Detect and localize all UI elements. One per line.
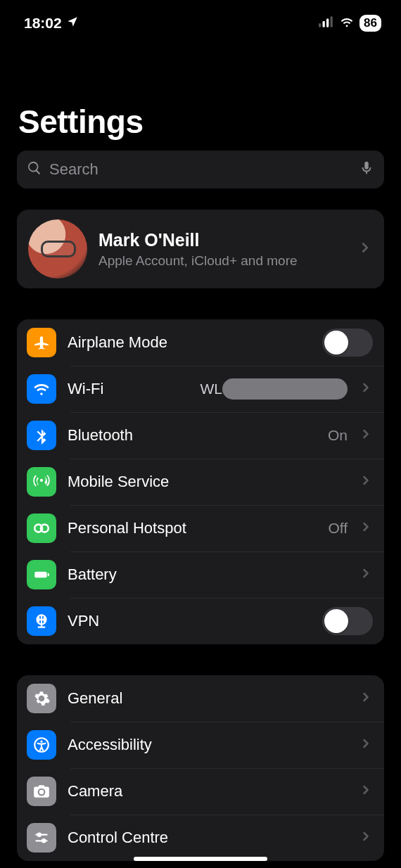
control-centre-row[interactable]: Control Centre [17, 815, 384, 861]
general-row[interactable]: General [17, 675, 384, 722]
sliders-icon [27, 823, 56, 853]
search-placeholder: Search [49, 160, 352, 179]
chevron-right-icon [359, 829, 373, 846]
connectivity-group: Airplane Mode Wi-Fi WL Bluetooth On Mobi… [17, 319, 384, 644]
airplane-label: Airplane Mode [68, 333, 311, 352]
status-time: 18:02 [24, 15, 62, 32]
vpn-label: VPN [68, 612, 311, 630]
battery-icon [27, 560, 56, 589]
chevron-right-icon [359, 381, 373, 397]
wifi-icon [27, 374, 56, 404]
status-bar: 18:02 86 [0, 0, 401, 38]
mobile-service-row[interactable]: Mobile Service [17, 459, 384, 505]
mobile-label: Mobile Service [68, 473, 348, 491]
svg-rect-1 [323, 21, 325, 27]
globe-icon [27, 606, 56, 636]
chevron-right-icon [359, 736, 373, 753]
bluetooth-row[interactable]: Bluetooth On [17, 412, 384, 459]
svg-point-12 [42, 839, 45, 842]
accessibility-icon [27, 730, 56, 760]
svg-rect-2 [326, 19, 329, 27]
bluetooth-icon [27, 421, 56, 450]
chevron-right-icon [359, 473, 373, 490]
camera-label: Camera [68, 782, 348, 800]
system-group: General Accessibility Camera Control Cen… [17, 675, 384, 861]
location-icon [66, 15, 79, 32]
hotspot-icon [27, 513, 56, 543]
svg-rect-7 [48, 573, 49, 576]
wifi-label: Wi-Fi [68, 380, 189, 398]
vpn-row[interactable]: VPN [17, 598, 384, 644]
page-title: Settings [0, 38, 401, 151]
wifi-status-icon [339, 14, 355, 32]
search-icon [27, 160, 42, 179]
hotspot-row[interactable]: Personal Hotspot Off [17, 505, 384, 551]
avatar [28, 219, 87, 279]
home-indicator[interactable] [134, 857, 267, 861]
mic-icon[interactable] [359, 160, 374, 179]
hotspot-label: Personal Hotspot [68, 519, 317, 537]
accessibility-label: Accessibility [68, 736, 348, 754]
control-centre-label: Control Centre [68, 829, 348, 847]
svg-rect-3 [331, 16, 333, 27]
battery-row[interactable]: Battery [17, 551, 384, 598]
cellular-icon [319, 16, 334, 30]
chevron-right-icon [359, 690, 373, 707]
airplane-mode-row[interactable]: Airplane Mode [17, 319, 384, 366]
vpn-toggle[interactable] [322, 607, 373, 635]
chevron-right-icon [359, 427, 373, 444]
wifi-redacted [222, 378, 348, 400]
general-label: General [68, 689, 348, 708]
battery-pill: 86 [359, 15, 381, 32]
antenna-icon [27, 467, 56, 497]
accessibility-row[interactable]: Accessibility [17, 722, 384, 768]
gear-icon [27, 684, 56, 713]
hotspot-value: Off [328, 520, 348, 537]
status-right: 86 [319, 14, 381, 32]
svg-rect-0 [319, 23, 321, 27]
bluetooth-label: Bluetooth [68, 426, 317, 445]
chevron-right-icon [359, 783, 373, 800]
battery-label: Battery [68, 566, 348, 584]
camera-icon [27, 777, 56, 806]
account-subtitle: Apple Account, iCloud+ and more [98, 253, 346, 269]
search-field[interactable]: Search [17, 151, 384, 189]
camera-row[interactable]: Camera [17, 768, 384, 815]
svg-point-10 [40, 741, 42, 743]
status-left: 18:02 [24, 15, 79, 32]
airplane-toggle[interactable] [322, 328, 373, 357]
chevron-right-icon [359, 566, 373, 583]
airplane-icon [27, 328, 56, 357]
account-row[interactable]: Mark O'Neill Apple Account, iCloud+ and … [17, 210, 384, 288]
wifi-row[interactable]: Wi-Fi WL [17, 366, 384, 412]
svg-rect-6 [34, 572, 46, 578]
chevron-right-icon [359, 520, 373, 537]
chevron-right-icon [357, 240, 373, 258]
bluetooth-value: On [328, 427, 348, 444]
wifi-value: WL [200, 378, 348, 400]
svg-point-11 [38, 834, 41, 836]
account-name: Mark O'Neill [98, 230, 346, 250]
